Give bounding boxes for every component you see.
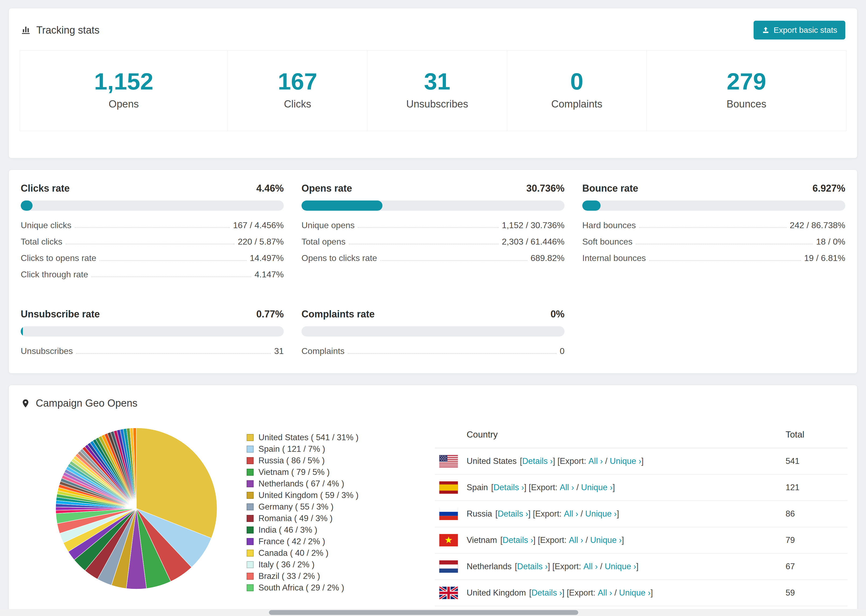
legend-label: United Kingdom ( 59 / 3% ) [258,491,359,500]
details-link[interactable]: Details › [517,562,548,571]
country-cell: Netherlands[Details ›] [Export: All › / … [435,560,786,573]
legend-item: Brazil ( 33 / 2% ) [247,572,435,580]
metric-value: 0 [560,346,565,356]
complaints-rate-value: 0% [551,308,565,320]
legend-swatch [247,561,254,568]
metric-label: Total clicks [21,237,62,247]
export-unique-link[interactable]: Unique › [585,509,617,519]
complaints-rate-title: Complaints rate [301,308,375,320]
legend-label: South Africa ( 29 / 2% ) [258,583,344,592]
opens-value: 1,152 [20,68,228,95]
bounce-rate-progressbar [582,201,845,211]
dotted-leader [99,260,247,261]
details-link[interactable]: Details › [522,456,553,466]
export-all-link[interactable]: All › [560,483,574,492]
opens-rate-value: 30.736% [526,183,565,194]
export-unique-link[interactable]: Unique › [619,588,650,598]
legend-item: Canada ( 40 / 2% ) [247,549,435,558]
country-name: United States [467,456,516,466]
dotted-leader [76,353,271,354]
clicks-rate-progressbar [21,201,284,211]
dotted-leader [636,244,813,244]
export-unique-link[interactable]: Unique › [605,562,636,571]
scrollbar-thumb[interactable] [269,610,578,615]
bounces-label: Bounces [647,98,846,110]
tracking-stats-card: Tracking stats Export basic stats 1,152 … [9,8,857,158]
details-link[interactable]: Details › [498,509,528,519]
metric-label: Internal bounces [582,253,646,263]
country-name: Vietnam [467,535,497,545]
legend-swatch [247,457,254,464]
dotted-leader [639,227,786,228]
metric-label: Total opens [301,237,346,247]
country-total: 59 [786,580,847,606]
metric-value: 1,152 / 30.736% [502,220,565,230]
geo-table-row: Netherlands[Details ›] [Export: All › / … [435,553,847,580]
clicks-value: 167 [228,68,367,95]
export-all-link[interactable]: All › [564,509,578,519]
export-unique-link[interactable]: Unique › [581,483,612,492]
flag-icon [439,534,458,546]
rate-metric-row: Unique clicks167 / 4.456% [21,220,284,230]
country-name: Russia [467,509,492,519]
export-label: [Export: [557,456,589,466]
metric-value: 167 / 4.456% [233,220,284,230]
legend-item: Italy ( 36 / 2% ) [247,560,435,569]
flag-icon [439,481,458,494]
details-link[interactable]: Details › [503,535,533,545]
map-pin-icon [21,399,30,408]
metric-value: 18 / 0% [816,237,845,247]
legend-label: Russia ( 86 / 5% ) [258,456,324,465]
legend-swatch [247,515,254,522]
stat-unsubscribes: 31 Unsubscribes [367,50,507,131]
bounce-rate-title: Bounce rate [582,183,638,194]
geo-table-row: Vietnam[Details ›] [Export: All › / Uniq… [435,527,847,553]
metric-value: 31 [274,346,284,356]
clicks-rate-title: Clicks rate [21,183,70,194]
legend-label: Netherlands ( 67 / 4% ) [258,479,344,488]
export-all-link[interactable]: All › [598,588,612,598]
geo-table-row: United Kingdom[Details ›] [Export: All ›… [435,580,847,606]
export-unique-link[interactable]: Unique › [590,535,622,545]
rate-metric-row: Complaints0 [301,346,565,356]
rate-metric-row: Unique opens1,152 / 30.736% [301,220,565,230]
geo-table: Country Total United States[Details ›] [… [435,415,847,616]
metric-value: 242 / 86.738% [790,220,845,230]
export-basic-stats-label: Export basic stats [773,25,837,35]
export-all-link[interactable]: All › [589,456,603,466]
rate-metric-row: Clicks to opens rate14.497% [21,253,284,263]
export-label: [Export: [529,483,560,492]
legend-item: Romania ( 49 / 3% ) [247,514,435,523]
export-label: [Export: [553,562,583,571]
export-basic-stats-button[interactable]: Export basic stats [754,21,845,39]
complaints-rate-block: Complaints rate 0% Complaints0 [301,308,565,363]
flag-icon [439,508,458,520]
country-total: 541 [786,448,847,475]
geo-table-header-row: Country Total [435,415,847,448]
unsubscribe-rate-title: Unsubscribe rate [21,308,100,320]
geo-opens-header: Campaign Geo Opens [9,385,857,415]
stat-complaints: 0 Complaints [507,50,647,131]
opens-rate-title: Opens rate [301,183,352,194]
clicks-label: Clicks [228,98,367,110]
export-all-link[interactable]: All › [583,562,598,571]
metric-label: Hard bounces [582,220,636,230]
details-link[interactable]: Details › [493,483,524,492]
rate-metric-row: Soft bounces18 / 0% [582,237,845,247]
metric-label: Soft bounces [582,237,633,247]
geo-content: United States ( 541 / 31% )Spain ( 121 /… [9,415,857,616]
total-column-header: Total [786,415,847,448]
rate-metric-row: Total clicks220 / 5.87% [21,237,284,247]
rate-metric-row: Hard bounces242 / 86.738% [582,220,845,230]
legend-label: Vietnam ( 79 / 5% ) [258,468,330,476]
legend-item: United Kingdom ( 59 / 3% ) [247,491,435,500]
legend-item: Germany ( 55 / 3% ) [247,503,435,511]
export-unique-link[interactable]: Unique › [610,456,641,466]
legend-item: Vietnam ( 79 / 5% ) [247,468,435,476]
details-link[interactable]: Details › [531,588,562,598]
export-all-link[interactable]: All › [569,535,583,545]
metric-value: 689.82% [531,253,565,263]
rate-metric-row: Unsubscribes31 [21,346,284,356]
tracking-stats-header: Tracking stats Export basic stats [9,8,857,50]
geo-legend: United States ( 541 / 31% )Spain ( 121 /… [247,415,435,616]
